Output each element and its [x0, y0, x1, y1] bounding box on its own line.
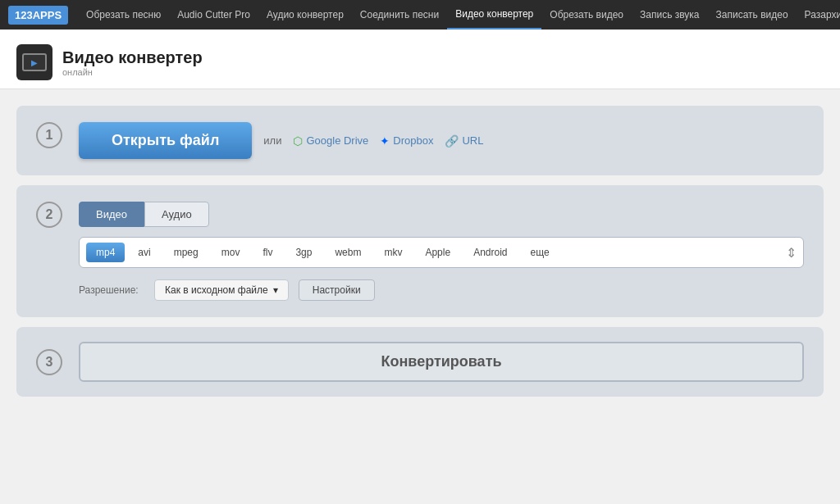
step1-card: 1 Открыть файл или ⬡ Google Drive ✦ Drop…: [16, 106, 824, 175]
resolution-label: Разрешение:: [79, 284, 144, 296]
main-content: 1 Открыть файл или ⬡ Google Drive ✦ Drop…: [0, 89, 840, 413]
tab-video[interactable]: Видео: [79, 202, 144, 227]
format-flv[interactable]: flv: [253, 243, 282, 262]
step1-row: Открыть файл или ⬡ Google Drive ✦ Dropbo…: [79, 122, 804, 159]
resolution-select[interactable]: Как в исходном файле ▾: [154, 279, 289, 301]
resolution-chevron-icon: ▾: [273, 284, 278, 296]
topnav-item-video-converter[interactable]: Видео конвертер: [447, 0, 541, 30]
format-scroll-icon[interactable]: ⇕: [786, 245, 797, 261]
google-drive-link[interactable]: ⬡ Google Drive: [293, 134, 368, 148]
format-apple[interactable]: Apple: [415, 243, 460, 262]
format-webm[interactable]: webm: [325, 243, 371, 262]
page-header: Видео конвертер онлайн: [0, 30, 840, 89]
dropbox-icon: ✦: [380, 134, 390, 148]
step2-card: 2 Видео Аудио mp4 avi mpeg mov flv 3gp w…: [16, 185, 824, 317]
format-mp4[interactable]: mp4: [86, 243, 125, 262]
step1-number: 1: [36, 122, 62, 148]
settings-button[interactable]: Настройки: [299, 279, 375, 301]
step3-card: 3 Конвертировать: [16, 327, 824, 397]
step3-number: 3: [36, 349, 62, 375]
cloud-links: ⬡ Google Drive ✦ Dropbox 🔗 URL: [293, 134, 483, 148]
url-link[interactable]: 🔗 URL: [445, 134, 483, 148]
format-avi[interactable]: avi: [128, 243, 160, 262]
step2-number: 2: [36, 202, 62, 228]
format-bar: mp4 avi mpeg mov flv 3gp webm mkv Apple …: [79, 237, 804, 268]
page-subtitle: онлайн: [62, 67, 203, 77]
logo[interactable]: 123APPS: [8, 6, 68, 25]
step2-content: Видео Аудио mp4 avi mpeg mov flv 3gp web…: [79, 202, 804, 301]
topnav-item-record-video[interactable]: Записать видео: [708, 0, 797, 30]
video-icon: [22, 53, 47, 71]
format-more[interactable]: еще: [521, 243, 559, 262]
url-icon: 🔗: [445, 134, 459, 148]
topnav-item-join-songs[interactable]: Соединить песни: [352, 0, 447, 30]
topnav: 123APPS Обрезать песню Audio Cutter Pro …: [0, 0, 840, 30]
tabs-row: Видео Аудио: [79, 202, 804, 227]
topnav-items: Обрезать песню Audio Cutter Pro Аудио ко…: [78, 0, 840, 30]
convert-button[interactable]: Конвертировать: [79, 342, 804, 382]
topnav-item-cut-song[interactable]: Обрезать песню: [78, 0, 169, 30]
page-title: Видео конвертер: [62, 48, 203, 67]
open-file-button[interactable]: Открыть файл: [79, 122, 252, 159]
resolution-row: Разрешение: Как в исходном файле ▾ Настр…: [79, 279, 804, 301]
format-android[interactable]: Android: [463, 243, 517, 262]
topnav-item-audio-cutter[interactable]: Audio Cutter Pro: [169, 0, 258, 30]
topnav-item-record-sound[interactable]: Запись звука: [632, 0, 708, 30]
topnav-item-cut-video[interactable]: Обрезать видео: [541, 0, 632, 30]
gdrive-icon: ⬡: [293, 134, 303, 148]
dropbox-link[interactable]: ✦ Dropbox: [380, 134, 433, 148]
format-mkv[interactable]: mkv: [374, 243, 412, 262]
topnav-item-archiver[interactable]: Разархиватор: [797, 0, 840, 30]
format-mov[interactable]: mov: [212, 243, 250, 262]
step3-content: Конвертировать: [79, 342, 804, 382]
app-icon: [16, 44, 52, 80]
or-text: или: [263, 134, 281, 147]
topnav-item-audio-converter[interactable]: Аудио конвертер: [258, 0, 352, 30]
tab-audio[interactable]: Аудио: [144, 202, 209, 227]
step1-content: Открыть файл или ⬡ Google Drive ✦ Dropbo…: [79, 122, 804, 159]
format-3gp[interactable]: 3gp: [285, 243, 322, 262]
format-mpeg[interactable]: mpeg: [164, 243, 208, 262]
page-title-block: Видео конвертер онлайн: [62, 48, 203, 77]
